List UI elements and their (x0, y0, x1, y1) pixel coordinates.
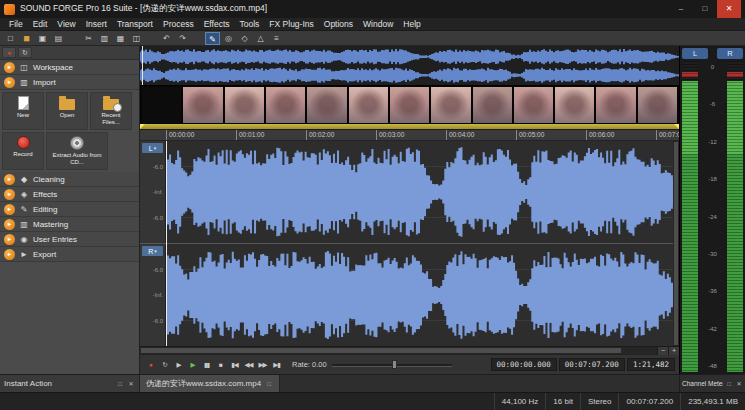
edit-tool-button[interactable]: ✎ (205, 32, 220, 45)
video-thumbnail[interactable] (390, 87, 429, 123)
play-button[interactable]: ▶ (186, 357, 199, 373)
expand-arrow-icon[interactable]: ► (4, 219, 15, 230)
magnify-tool-button[interactable]: ◎ (221, 32, 236, 45)
horizontal-scrollbar[interactable]: − + (140, 346, 679, 354)
go-to-start-button[interactable]: ▮◀ (228, 357, 241, 373)
restore-icon[interactable]: □ (116, 381, 124, 387)
horizontal-scrollbar-thumb[interactable] (141, 348, 621, 353)
play-all-button[interactable]: ▶ (172, 357, 185, 373)
pencil-tool-button[interactable]: △ (253, 32, 268, 45)
import-recent-files[interactable]: Recent Files... (90, 92, 132, 130)
import-new[interactable]: New (2, 92, 44, 130)
section-cleaning[interactable]: ► ◆ Cleaning (0, 172, 139, 187)
video-thumbnail[interactable] (555, 87, 594, 123)
cut-button[interactable]: ✂ (81, 32, 96, 45)
section-editing[interactable]: ► ✎ Editing (0, 202, 139, 217)
section-export[interactable]: ► ► Export (0, 247, 139, 262)
new-file-button[interactable]: □ (3, 32, 18, 45)
menu-item[interactable]: Transport (112, 18, 158, 30)
section-mastering[interactable]: ► ▥ Mastering (0, 217, 139, 232)
minimize-button[interactable]: – (669, 0, 693, 18)
video-thumbnail[interactable] (307, 87, 346, 123)
video-thumbnail[interactable] (225, 87, 264, 123)
overview-cursor[interactable] (142, 46, 143, 85)
save-button[interactable]: ▣ (35, 32, 50, 45)
left-waveform[interactable] (166, 141, 679, 243)
video-thumbnail[interactable] (183, 87, 222, 123)
loop-end-marker-icon[interactable] (674, 124, 679, 129)
go-to-end-button[interactable]: ▶▮ (270, 357, 283, 373)
loop-start-marker-icon[interactable] (140, 124, 145, 129)
time-ruler[interactable]: 00:00:0000:01:0000:02:0000:03:0000:04:00… (140, 130, 679, 141)
menu-item[interactable]: Options (319, 18, 358, 30)
video-thumbnail-strip[interactable] (140, 86, 679, 124)
paste-button[interactable]: ▦ (113, 32, 128, 45)
waveform-editor[interactable]: L ▾ -6.0 -Inf. -6.0 R ▾ (140, 141, 679, 346)
properties-button[interactable]: ▤ (51, 32, 66, 45)
right-channel[interactable]: R ▾ -6.0 -Inf. -6.0 (140, 244, 679, 346)
section-workspace[interactable]: ► ◫ Workspace (0, 60, 139, 75)
restore-icon[interactable]: □ (725, 381, 733, 387)
copy-button[interactable]: ▥ (97, 32, 112, 45)
video-thumbnail[interactable] (431, 87, 470, 123)
import-record[interactable]: Record (2, 132, 44, 170)
menu-item[interactable]: View (52, 18, 80, 30)
menu-item[interactable]: Insert (81, 18, 112, 30)
pause-button[interactable]: ▮▮ (200, 357, 213, 373)
instant-action-titlebar[interactable]: Instant Action □ ✕ (0, 375, 140, 392)
playback-cursor[interactable] (166, 141, 167, 346)
meter-right-tab[interactable]: R (717, 48, 743, 59)
section-effects[interactable]: ► ◈ Effects (0, 187, 139, 202)
instant-action-run-button[interactable]: ● (2, 47, 16, 58)
import-extract-audio-cd[interactable]: Extract Audio from CD... (46, 132, 108, 170)
video-thumbnail[interactable] (142, 87, 181, 123)
right-channel-chip[interactable]: R ▾ (142, 246, 163, 256)
menu-item[interactable]: Tools (235, 18, 265, 30)
close-icon[interactable]: ✕ (735, 380, 743, 387)
event-tool-button[interactable]: ◇ (237, 32, 252, 45)
video-thumbnail[interactable] (473, 87, 512, 123)
right-waveform[interactable] (166, 244, 679, 346)
section-import[interactable]: ► ▥ Import (0, 75, 139, 90)
snap-button[interactable]: ≡ (269, 32, 284, 45)
overview-waveform[interactable] (140, 46, 679, 86)
rate-slider-thumb[interactable] (392, 360, 397, 369)
zoom-out-button[interactable]: − (657, 347, 668, 355)
forward-button[interactable]: ▶▶ (256, 357, 269, 373)
channel-meters-titlebar[interactable]: Channel Meters □ ✕ (679, 375, 745, 392)
undo-button[interactable]: ↶ (159, 32, 174, 45)
menu-item[interactable]: Effects (199, 18, 235, 30)
menu-item[interactable]: Help (398, 18, 425, 30)
video-thumbnail[interactable] (514, 87, 553, 123)
loop-playback-button[interactable]: ↻ (158, 357, 171, 373)
video-thumbnail[interactable] (266, 87, 305, 123)
close-button[interactable]: ✕ (717, 0, 741, 18)
expand-arrow-icon[interactable]: ► (4, 174, 15, 185)
restore-icon[interactable]: □ (265, 381, 273, 387)
menu-item[interactable]: Process (158, 18, 199, 30)
stop-button[interactable]: ■ (214, 357, 227, 373)
expand-arrow-icon[interactable]: ► (4, 189, 15, 200)
close-icon[interactable]: ✕ (127, 380, 135, 387)
video-thumbnail[interactable] (638, 87, 677, 123)
redo-button[interactable]: ↷ (175, 32, 190, 45)
menu-item[interactable]: Edit (28, 18, 53, 30)
vertical-scrollbar-thumb[interactable] (674, 142, 678, 345)
left-channel-chip[interactable]: L ▾ (142, 143, 163, 153)
vertical-scrollbar[interactable] (673, 141, 679, 346)
menu-item[interactable]: FX Plug-Ins (264, 18, 318, 30)
document-tab[interactable]: 伪递的安详www.ssdax.com.mp4 □ (140, 375, 280, 392)
trim-button[interactable]: ◫ (129, 32, 144, 45)
record-button[interactable]: ● (144, 357, 157, 373)
expand-arrow-icon[interactable]: ► (4, 234, 15, 245)
video-thumbnail[interactable] (596, 87, 635, 123)
menu-item[interactable]: Window (358, 18, 398, 30)
expand-arrow-icon[interactable]: ► (4, 204, 15, 215)
expand-arrow-icon[interactable]: ► (4, 77, 15, 88)
menu-item[interactable]: File (4, 18, 28, 30)
maximize-button[interactable]: □ (693, 0, 717, 18)
section-user-entries[interactable]: ► ◉ User Entries (0, 232, 139, 247)
left-channel[interactable]: L ▾ -6.0 -Inf. -6.0 (140, 141, 679, 243)
import-open[interactable]: Open (46, 92, 88, 130)
meter-left-tab[interactable]: L (682, 48, 708, 59)
